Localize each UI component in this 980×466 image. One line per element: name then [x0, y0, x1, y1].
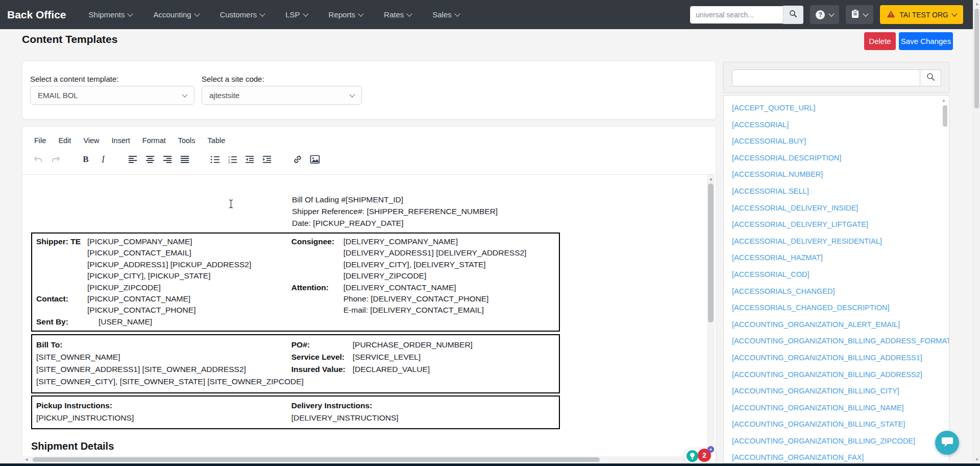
editor-menu-tools[interactable]: Tools — [177, 135, 197, 146]
link-icon[interactable] — [289, 151, 306, 168]
variable-link[interactable]: [ACCESSORIAL_DELIVERY_INSIDE] — [732, 200, 949, 217]
editor-menu-edit[interactable]: Edit — [57, 135, 72, 146]
variable-search-input[interactable] — [732, 69, 920, 86]
chat-widget-button[interactable] — [935, 431, 959, 455]
chevron-down-icon — [303, 11, 308, 16]
navbar-menu-customers[interactable]: Customers — [220, 10, 265, 19]
editor-menu-file[interactable]: File — [33, 135, 47, 146]
scroll-left-arrow-icon[interactable]: ◄ — [24, 458, 29, 462]
template-line: [DELIVERY_ZIPCODE] — [291, 270, 557, 282]
variable-link[interactable]: [ACCESSORIAL_HAZMAT] — [732, 249, 949, 266]
indent-icon[interactable] — [259, 151, 276, 168]
undo-icon[interactable] — [30, 151, 47, 168]
variable-link[interactable]: [ACCOUNTING_ORGANIZATION_BILLING_STATE] — [732, 416, 949, 433]
editor-content-area[interactable]: Bill Of Lading #[SHIPMENT_ID] Shipper Re… — [22, 175, 707, 457]
variable-link[interactable]: [ACCOUNTING_ORGANIZATION_BILLING_ADDRESS… — [732, 366, 949, 383]
field-label: Service Level: — [291, 351, 353, 363]
variable-link[interactable]: [ACCESSORIAL] — [732, 116, 949, 133]
editor-horizontal-scroll-thumb[interactable] — [33, 457, 600, 462]
variable-link[interactable]: [ACCESSORIAL_DELIVERY_LIFTGATE] — [732, 216, 949, 233]
scroll-up-arrow-icon[interactable]: ▲ — [975, 2, 979, 6]
consignee-column: Consignee:[DELIVERY_COMPANY_NAME][DELIVE… — [290, 236, 557, 328]
page-scroll-thumb[interactable] — [974, 9, 979, 108]
navbar-menu-shipments[interactable]: Shipments — [89, 10, 133, 19]
template-line: Insured Value:[DECLARED_VALUE] — [291, 363, 557, 376]
align-left-icon[interactable] — [125, 151, 142, 168]
variable-link[interactable]: [ACCESSORIAL_DELIVERY_RESIDENTIAL] — [732, 233, 949, 250]
clipboard-dropdown-button[interactable] — [846, 5, 873, 24]
editor-menu-table[interactable]: Table — [207, 135, 227, 146]
variable-link[interactable]: [ACCESSORIAL.NUMBER] — [732, 166, 949, 183]
navbar-menu-rates[interactable]: Rates — [384, 10, 411, 19]
delete-button[interactable]: Delete — [864, 32, 896, 50]
bold-icon[interactable]: B — [77, 151, 94, 168]
navbar-menu-sales[interactable]: Sales — [432, 10, 459, 19]
align-center-icon[interactable] — [142, 151, 159, 168]
content-template-selected-value: EMAIL BOL — [38, 91, 78, 100]
variable-link[interactable]: [ACCOUNTING_ORGANIZATION_FAX] — [732, 449, 949, 463]
navbar-menu-lsp[interactable]: LSP — [285, 10, 307, 19]
numbered-list-icon[interactable]: 123 — [224, 151, 241, 168]
editor-menu-format[interactable]: Format — [141, 135, 167, 146]
variable-link[interactable]: [ACCESSORIAL.DESCRIPTION] — [732, 150, 949, 167]
help-dropdown-button[interactable]: ? — [810, 5, 839, 24]
variable-link[interactable]: [ACCESSORIAL_COD] — [732, 266, 949, 283]
align-right-icon[interactable] — [159, 151, 177, 168]
search-button[interactable] — [783, 6, 803, 24]
template-token: [DELIVERY_ZIPCODE] — [344, 270, 557, 282]
variable-link[interactable]: [ACCOUNTING_ORGANIZATION_ALERT_EMAIL] — [732, 316, 949, 333]
variable-link[interactable]: [ACCOUNTING_ORGANIZATION_BILLING_NAME] — [732, 400, 949, 416]
variable-link[interactable]: [ACCESSORIALS_CHANGED] — [732, 283, 949, 300]
template-line: Attention:[DELIVERY_CONTACT_NAME] — [291, 282, 557, 293]
navbar-menu-accounting[interactable]: Accounting — [153, 10, 199, 19]
delivery-instructions-cell: Delivery Instructions: [DELIVERY_INSTRUC… — [290, 400, 557, 424]
editor-menu-view[interactable]: View — [82, 135, 100, 146]
content-template-select[interactable]: EMAIL BOL — [30, 86, 194, 105]
scroll-down-arrow-icon[interactable]: ▼ — [975, 458, 979, 462]
justify-icon[interactable] — [177, 151, 194, 168]
outdent-icon[interactable] — [241, 151, 259, 168]
variable-link[interactable]: [ACCESSORIAL.BUY] — [732, 133, 949, 150]
template-token: [DELIVERY_COMPANY_NAME] — [344, 236, 557, 247]
svg-text:3: 3 — [228, 161, 230, 164]
variable-link[interactable]: [ACCOUNTING_ORGANIZATION_BILLING_ADDRESS… — [732, 333, 949, 350]
variable-link[interactable]: [ACCESSORIAL.SELL] — [732, 183, 949, 200]
template-line: Shipper: TE[PICKUP_COMPANY_NAME] — [36, 236, 290, 247]
template-token: [DELIVERY_CONTACT_NAME] — [344, 282, 557, 293]
variable-list-scroll-thumb[interactable] — [943, 105, 947, 127]
italic-icon[interactable]: I — [94, 151, 112, 168]
shipment-details-heading: Shipment Details — [31, 440, 707, 452]
template-line: [PICKUP_CONTACT_PHONE] — [36, 305, 290, 316]
variable-link[interactable]: [ACCEPT_QUOTE_URL] — [732, 100, 949, 116]
app-brand: Back Office — [7, 9, 66, 21]
variable-search-button[interactable] — [920, 69, 941, 86]
editor-vertical-scroll-thumb[interactable] — [708, 183, 714, 322]
universal-search-input[interactable] — [690, 6, 783, 24]
save-changes-button[interactable]: Save Changes — [899, 32, 953, 50]
universal-search-group — [690, 6, 803, 24]
template-token: [DELIVERY_ADDRESS1] [DELIVERY_ADDRESS2] — [344, 247, 557, 259]
variable-link[interactable]: [ACCOUNTING_ORGANIZATION_BILLING_ZIPCODE… — [732, 433, 949, 450]
editor-horizontal-scrollbar[interactable]: ◄ — [23, 456, 707, 463]
site-code-select[interactable]: ajtestsite — [202, 86, 362, 105]
editor-menu-insert[interactable]: Insert — [111, 135, 131, 146]
redo-icon[interactable] — [47, 151, 64, 168]
bullet-list-icon[interactable] — [207, 151, 224, 168]
field-label — [291, 259, 344, 270]
template-token: [PURCHASE_ORDER_NUMBER] — [353, 339, 557, 351]
chevron-down-icon — [407, 11, 412, 16]
field-label — [36, 259, 87, 270]
scroll-up-arrow-icon[interactable]: ▲ — [942, 98, 946, 103]
lightbulb-icon[interactable] — [687, 450, 698, 462]
page-scrollbar[interactable]: ▲ ▼ — [973, 0, 980, 466]
variable-link[interactable]: [ACCOUNTING_ORGANIZATION_BILLING_ADDRESS… — [732, 350, 949, 366]
template-token: [SITE_OWNER_NAME] — [36, 351, 290, 363]
variable-link[interactable]: [ACCESSORIALS_CHANGED_DESCRIPTION] — [732, 299, 949, 316]
field-label — [291, 247, 344, 259]
editor-vertical-scrollbar[interactable]: ▲ ▼ — [707, 175, 715, 457]
org-selector-button[interactable]: TAI TEST ORG — [880, 5, 963, 24]
scroll-up-arrow-icon[interactable]: ▲ — [709, 177, 713, 181]
image-icon[interactable] — [306, 151, 324, 168]
variable-link[interactable]: [ACCOUNTING_ORGANIZATION_BILLING_CITY] — [732, 383, 949, 400]
navbar-menu-reports[interactable]: Reports — [329, 10, 363, 19]
